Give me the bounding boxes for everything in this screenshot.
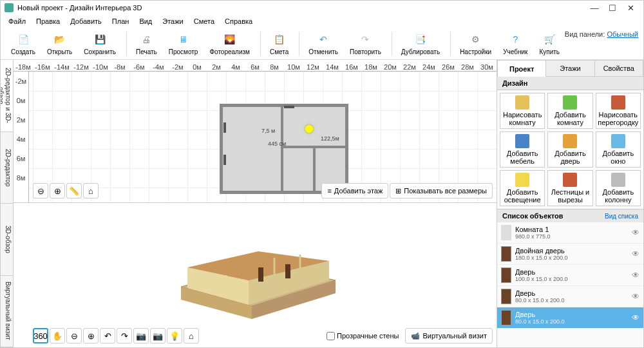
design-Добавить освещение[interactable]: Добавить освещение <box>500 170 545 206</box>
window-title: Новый проект - Дизайн Интерьера 3D <box>17 4 142 12</box>
undo-3d-icon[interactable]: ↶ <box>100 328 115 343</box>
show-dimensions-button[interactable]: ⊞Показывать все размеры <box>390 183 493 198</box>
object-list-header: Список объектов Вид списка <box>497 209 643 222</box>
view3d-toolbar: 360 ✋ ⊖ ⊕ ↶ ↷ 📷 📷 💡 ⌂ Прозрачные стены 📹… <box>33 328 493 343</box>
toolbar-Печать[interactable]: 🖨Печать <box>131 30 162 57</box>
toolbar-Учебник[interactable]: ?Учебник <box>498 30 533 57</box>
menu-Правка[interactable]: Правка <box>32 16 64 26</box>
svg-rect-10 <box>285 264 290 278</box>
menu-Добавить[interactable]: Добавить <box>66 16 106 26</box>
transparent-walls-checkbox[interactable]: Прозрачные стены <box>327 332 399 340</box>
menu-Этажи[interactable]: Этажи <box>158 16 187 26</box>
toolbar-Отменить[interactable]: ↶Отменить <box>303 30 343 57</box>
design-Нарисовать перегородку[interactable]: Нарисовать перегородку <box>596 93 641 129</box>
ruler-horizontal: -18м-16м-14м-12м-10м-8м-6м-4м-2м0м2м4м6м… <box>14 60 497 72</box>
right-tab-Этажи[interactable]: Этажи <box>546 60 594 77</box>
left-tab-0[interactable]: 2D-редактор и 3D-обзор <box>1 60 13 132</box>
left-tab-3[interactable]: Виртуальный визит <box>1 276 13 348</box>
design-Добавить дверь[interactable]: Добавить дверь <box>547 131 592 168</box>
home-3d-icon[interactable]: ⌂ <box>184 328 199 343</box>
design-Добавить колонну[interactable]: Добавить колонну <box>596 170 641 206</box>
visibility-icon[interactable]: 👁 <box>632 249 639 258</box>
design-group-header: Дизайн <box>497 77 643 90</box>
camera2-icon[interactable]: 📷 <box>150 328 166 343</box>
view2d-toolbar: ⊖ ⊕ 📏 ⌂ ≡Добавить этаж ⊞Показывать все р… <box>33 183 493 198</box>
virtual-visit-button[interactable]: 📹Виртуальный визит <box>405 328 493 343</box>
object-row[interactable]: Комната 1980.0 x 775.0👁 <box>497 222 643 244</box>
panel-mode-link[interactable]: Обычный <box>607 30 638 38</box>
left-tabs: 2D-редактор и 3D-обзор2D-редактор3D-обзо… <box>1 60 14 347</box>
toolbar-Открыть[interactable]: 📂Открыть <box>42 30 77 57</box>
minimize-button[interactable]: — <box>585 2 603 14</box>
light-icon[interactable]: 💡 <box>167 328 182 343</box>
design-Добавить окно[interactable]: Добавить окно <box>596 131 641 168</box>
view-2d[interactable]: -2м0м2м4м6м8м 7,5 м 445 см 122,5м ⊖ ⊕ 📏 … <box>14 72 497 203</box>
visibility-icon[interactable]: 👁 <box>632 271 639 280</box>
home-icon[interactable]: ⌂ <box>83 183 99 198</box>
toolbar-Купить[interactable]: 🛒Купить <box>534 30 565 57</box>
design-Лестницы и вырезы[interactable]: Лестницы и вырезы <box>547 170 592 206</box>
list-view-link[interactable]: Вид списка <box>605 213 638 220</box>
view-3d[interactable]: 360 ✋ ⊖ ⊕ ↶ ↷ 📷 📷 💡 ⌂ Прозрачные стены 📹… <box>14 203 497 347</box>
toolbar-Создать[interactable]: 📄Создать <box>6 30 41 57</box>
menu-Вид[interactable]: Вид <box>135 16 156 26</box>
toolbar-Смета[interactable]: 📋Смета <box>265 30 294 57</box>
design-Добавить комнату[interactable]: Добавить комнату <box>547 93 592 129</box>
menu-Смета[interactable]: Смета <box>190 16 218 26</box>
right-tab-Проект[interactable]: Проект <box>497 60 546 77</box>
menu-Справка[interactable]: Справка <box>221 16 256 26</box>
visibility-icon[interactable]: 👁 <box>632 228 639 237</box>
svg-rect-9 <box>258 267 263 282</box>
pan-icon[interactable]: ✋ <box>50 328 65 343</box>
panel-mode: Вид панели: Обычный <box>565 30 638 38</box>
visibility-icon[interactable]: 👁 <box>632 313 639 322</box>
object-row[interactable]: Двойная дверь180.0 x 15.0 x 200.0👁 <box>497 244 643 265</box>
camera-icon[interactable]: 📷 <box>133 328 149 343</box>
rotate-icon[interactable]: 360 <box>33 328 48 343</box>
toolbar-Фотореализм[interactable]: 🌄Фотореализм <box>204 30 255 57</box>
design-Нарисовать комнату[interactable]: Нарисовать комнату <box>500 93 545 129</box>
visibility-icon[interactable]: 👁 <box>632 292 639 301</box>
main-toolbar: 📄Создать📂Открыть💾Сохранить🖨Печать🖥Просмо… <box>1 28 643 60</box>
menu-Файл[interactable]: Файл <box>5 16 30 26</box>
right-panel: ПроектЭтажиСвойства Дизайн Нарисовать ко… <box>497 60 643 347</box>
design-Добавить мебель[interactable]: Добавить мебель <box>500 131 545 168</box>
toolbar-Настройки[interactable]: ⚙Настройки <box>455 30 497 57</box>
zoom-in-icon[interactable]: ⊕ <box>50 183 65 198</box>
right-tab-Свойства[interactable]: Свойства <box>595 60 643 77</box>
left-tab-2[interactable]: 3D-обзор <box>1 204 13 276</box>
close-button[interactable]: ✕ <box>621 2 639 14</box>
object-row[interactable]: Дверь80.0 x 15.0 x 200.0👁 <box>497 307 643 329</box>
toolbar-Сохранить[interactable]: 💾Сохранить <box>79 30 121 57</box>
ruler-vertical: -2м0м2м4м6м8м <box>14 72 29 202</box>
ruler-icon[interactable]: 📏 <box>66 183 82 198</box>
light-marker[interactable] <box>305 125 313 133</box>
object-row[interactable]: Дверь100.0 x 15.0 x 200.0👁 <box>497 265 643 286</box>
zoom-in-3d-icon[interactable]: ⊕ <box>83 328 99 343</box>
floor-plan[interactable]: 7,5 м 445 см 122,5м <box>220 104 348 194</box>
left-tab-1[interactable]: 2D-редактор <box>1 132 13 204</box>
room-3d-model[interactable] <box>168 216 348 325</box>
menu-План[interactable]: План <box>108 16 133 26</box>
zoom-out-3d-icon[interactable]: ⊖ <box>66 328 82 343</box>
redo-3d-icon[interactable]: ↷ <box>117 328 132 343</box>
toolbar-Просмотр[interactable]: 🖥Просмотр <box>164 30 204 57</box>
maximize-button[interactable]: ☐ <box>603 2 621 14</box>
toolbar-Дублировать[interactable]: 📑Дублировать <box>396 30 445 57</box>
object-list: Комната 1980.0 x 775.0👁Двойная дверь180.… <box>497 222 643 347</box>
object-row[interactable]: Дверь80.0 x 15.0 x 200.0👁 <box>497 286 643 307</box>
menubar: ФайлПравкаДобавитьПланВидЭтажиСметаСправ… <box>1 15 643 28</box>
right-tabs: ПроектЭтажиСвойства <box>497 60 643 77</box>
zoom-out-icon[interactable]: ⊖ <box>33 183 48 198</box>
titlebar: Новый проект - Дизайн Интерьера 3D — ☐ ✕ <box>1 1 643 15</box>
toolbar-Повторить[interactable]: ↷Повторить <box>345 30 386 57</box>
app-icon <box>5 3 14 12</box>
add-floor-button[interactable]: ≡Добавить этаж <box>321 183 388 198</box>
design-grid: Нарисовать комнатуДобавить комнатуНарисо… <box>497 90 643 209</box>
